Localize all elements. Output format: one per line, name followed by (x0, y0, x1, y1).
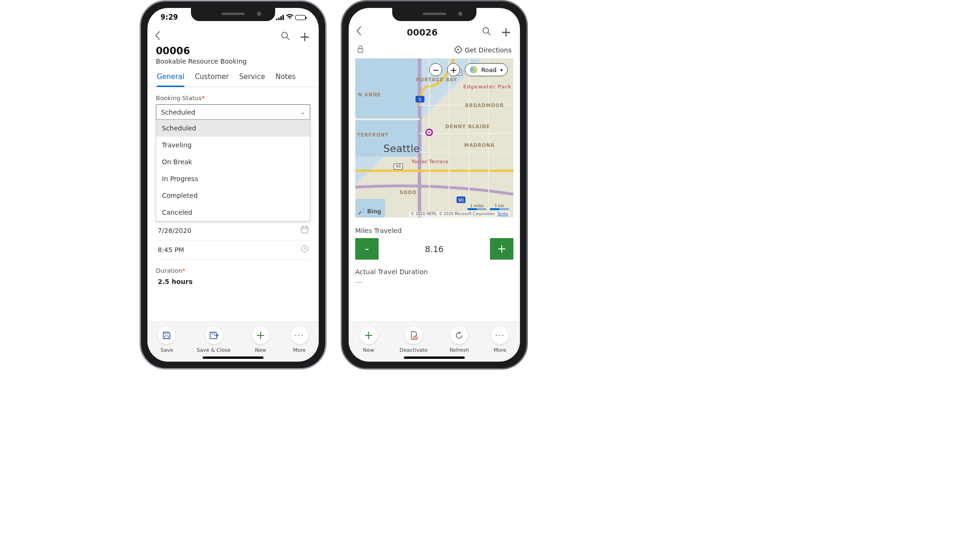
notch (392, 8, 476, 21)
svg-text:99: 99 (396, 164, 401, 169)
back-button[interactable] (355, 25, 363, 39)
get-directions-label: Get Directions (465, 46, 512, 54)
map-pin-icon (425, 129, 433, 136)
map-label: Yesler Terrace (411, 159, 448, 164)
add-button[interactable]: + (501, 26, 512, 39)
plus-icon: + (360, 327, 378, 344)
miles-traveled-block: Miles Traveled - 8.16 + Actual Travel Du… (355, 227, 513, 286)
svg-point-16 (483, 28, 489, 33)
bottom-bar: + New Deactivate Refresh ··· More (349, 321, 520, 362)
stepper-plus-button[interactable]: + (490, 238, 513, 260)
dropdown-option-completed[interactable]: Completed (156, 187, 310, 204)
refresh-button[interactable]: Refresh (450, 327, 469, 353)
notch (191, 8, 275, 21)
miles-value[interactable]: 8.16 (379, 238, 490, 260)
booking-status-select[interactable]: Scheduled ⌄ (156, 104, 310, 119)
cellular-icon (276, 15, 284, 20)
tab-notes[interactable]: Notes (275, 73, 295, 87)
tab-customer[interactable]: Customer (195, 73, 229, 87)
back-button[interactable] (154, 30, 161, 44)
page-title: 00006 (156, 45, 310, 57)
duration-value[interactable]: 2.5 hours (156, 274, 310, 289)
svg-point-4 (282, 32, 287, 38)
bing-logo: 🔎 Bing (358, 208, 381, 215)
map-label: SODO (400, 190, 417, 195)
sub-actions-row: Get Directions (349, 41, 520, 58)
map-terms-link[interactable]: Terms (497, 212, 508, 216)
save-close-icon (205, 327, 223, 344)
new-button[interactable]: + New (252, 327, 270, 353)
plus-icon: + (252, 327, 270, 344)
travel-duration-label: Actual Travel Duration (355, 268, 513, 276)
search-icon[interactable] (482, 27, 491, 38)
page-title: 00026 (363, 27, 482, 37)
save-icon (158, 327, 176, 344)
save-close-button[interactable]: Save & Close (197, 327, 231, 353)
phone-frame-right: 00026 + Get Directions (341, 0, 528, 370)
zoom-in-button[interactable]: + (447, 63, 460, 76)
map-attribution: © 2020 HERE, © 2020 Microsoft Corporatio… (409, 211, 510, 217)
home-indicator[interactable] (203, 356, 263, 359)
screen-right: 00026 + Get Directions (349, 8, 520, 362)
map-label: N ANNE (358, 92, 381, 97)
stepper-minus-button[interactable]: - (355, 238, 379, 260)
svg-text:90: 90 (458, 197, 464, 203)
map-label: TERFRONT (357, 132, 389, 138)
more-button[interactable]: ··· More (291, 327, 308, 353)
deactivate-button[interactable]: Deactivate (400, 327, 428, 353)
svg-rect-3 (283, 15, 284, 20)
directions-icon (454, 46, 462, 55)
svg-text:5: 5 (418, 97, 421, 102)
travel-duration-value: --- (355, 278, 513, 286)
map-city-label: Seattle (383, 143, 420, 154)
booking-status-dropdown: Scheduled Traveling On Break In Progress… (156, 119, 310, 221)
title-block: 00006 Bookable Resource Booking (147, 45, 319, 69)
page-subtitle: Bookable Resource Booking (156, 58, 310, 65)
svg-line-17 (488, 33, 490, 35)
phone-frame-left: 9:29 + 00006 Bookable Resource (139, 0, 327, 370)
calendar-icon (301, 226, 308, 235)
map-mode-select[interactable]: Road ▾ (465, 63, 508, 76)
add-button[interactable]: + (300, 30, 310, 44)
time-field[interactable]: 8:45 PM (156, 240, 310, 260)
form-body: Booking Status* Scheduled ⌄ Scheduled Tr… (147, 87, 319, 321)
battery-icon (295, 15, 306, 20)
dropdown-option-traveling[interactable]: Traveling (156, 137, 310, 153)
deactivate-icon (405, 327, 423, 344)
home-indicator[interactable] (404, 356, 465, 359)
time-value: 8:45 PM (158, 246, 184, 254)
status-indicators (276, 14, 306, 21)
search-icon[interactable] (281, 31, 290, 43)
tab-service[interactable]: Service (239, 73, 265, 87)
dropdown-option-inprogress[interactable]: In Progress (156, 170, 310, 187)
dropdown-option-canceled[interactable]: Canceled (156, 204, 310, 221)
svg-rect-14 (165, 336, 168, 339)
date-field[interactable]: 7/28/2020 (156, 221, 310, 240)
more-button[interactable]: ··· More (491, 327, 509, 353)
globe-icon (470, 66, 477, 73)
map-label: Edgewater Park (463, 84, 512, 89)
get-directions-button[interactable]: Get Directions (454, 46, 512, 55)
new-button[interactable]: + New (360, 327, 378, 353)
svg-rect-1 (278, 18, 280, 20)
booking-status-label: Booking Status* (156, 94, 310, 102)
dropdown-option-scheduled[interactable]: Scheduled (156, 120, 310, 137)
zoom-out-button[interactable]: − (429, 63, 442, 76)
save-button[interactable]: Save (158, 327, 176, 353)
map-label: PORTAGE BAY (416, 77, 457, 82)
svg-rect-2 (280, 16, 282, 20)
lock-icon (357, 45, 364, 55)
map-roads-illustration: 5 99 520 90 (355, 58, 513, 218)
tab-general[interactable]: General (157, 73, 184, 87)
map-label: BROADMOOR (465, 103, 504, 108)
miles-stepper: - 8.16 + (355, 238, 513, 260)
map-label: MADRONA (464, 143, 495, 148)
map-label: DENNY BLAINE (446, 124, 490, 129)
svg-rect-18 (358, 49, 363, 52)
map[interactable]: 5 99 520 90 − + Road ▾ PORTAGE BAY Edgew… (355, 58, 513, 218)
status-time: 9:29 (161, 13, 178, 22)
map-controls: − + Road ▾ (355, 63, 513, 76)
screen-left: 9:29 + 00006 Bookable Resource (147, 8, 319, 362)
tab-row: General Customer Service Notes (147, 69, 319, 87)
dropdown-option-onbreak[interactable]: On Break (156, 153, 310, 170)
